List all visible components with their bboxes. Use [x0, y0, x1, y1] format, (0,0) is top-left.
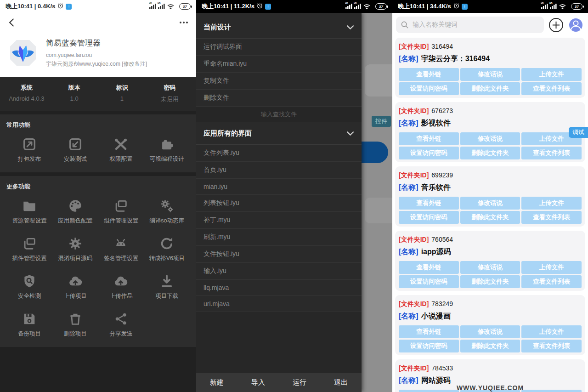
- folder-action-button[interactable]: 修改话说: [460, 261, 520, 274]
- nav-bar: [0, 13, 196, 32]
- feature-item[interactable]: 项目下载: [144, 273, 190, 300]
- feature-item[interactable]: 权限配置: [98, 136, 144, 163]
- folder-action-button[interactable]: 查看文件列表: [521, 211, 582, 224]
- signal-wifi-icons: HD HD: [149, 2, 177, 11]
- add-folder-button[interactable]: [548, 17, 564, 33]
- drawer-action-button[interactable]: 新建: [196, 378, 237, 387]
- background-blue-button[interactable]: [362, 142, 388, 163]
- folder-action-button[interactable]: 修改话说: [460, 132, 520, 145]
- drawer-menu-item[interactable]: 运行调试界面: [196, 39, 362, 56]
- feature-item[interactable]: 应用颜色配置: [52, 198, 98, 225]
- drawer-menu-item[interactable]: 文件列表.iyu: [196, 145, 362, 162]
- feature-item[interactable]: 转成裕V6项目: [144, 236, 190, 262]
- folder-action-button[interactable]: 修改话说: [460, 68, 520, 81]
- feature-label: 分享发送: [109, 330, 132, 338]
- find-file-input[interactable]: 输入查找文件: [196, 107, 362, 122]
- feature-item[interactable]: 上传项目: [52, 273, 98, 300]
- control-float-tag[interactable]: 控件: [372, 116, 391, 127]
- all-pages-header[interactable]: 应用所有的界面: [196, 122, 362, 145]
- feature-item[interactable]: 可视编程设计: [144, 136, 190, 163]
- feature-item[interactable]: 插件管理设置: [6, 236, 52, 262]
- folder-action-button[interactable]: 查看文件列表: [521, 340, 582, 352]
- drawer-menu-item[interactable]: llq.mjava: [196, 280, 362, 296]
- folder-action-button[interactable]: 查看外链: [399, 197, 459, 210]
- trash-icon: [68, 311, 83, 327]
- feature-label: 插件管理设置: [12, 255, 46, 262]
- folder-action-button[interactable]: 设置访问密码: [399, 275, 459, 288]
- feature-item[interactable]: 安全检测: [6, 273, 52, 300]
- drawer-menu-item[interactable]: mian.iyu: [196, 179, 362, 195]
- drawer-menu-item[interactable]: 删除文件: [196, 90, 362, 107]
- folder-action-button[interactable]: 查看文件列表: [521, 82, 582, 95]
- folder-action-button[interactable]: 查看外链: [399, 68, 459, 81]
- folder-name-value: 小说漫画: [421, 312, 451, 320]
- drawer-menu-item[interactable]: uri.mjava: [196, 296, 362, 312]
- feature-item[interactable]: 删除项目: [52, 311, 98, 338]
- folder-action-button[interactable]: 上传文件: [521, 325, 582, 338]
- folder-name-value: 影视软件: [421, 119, 451, 127]
- drawer-menu-item[interactable]: 补丁.myu: [196, 212, 362, 229]
- folder-action-button[interactable]: 删除此文件夹: [460, 340, 520, 352]
- feature-item[interactable]: 安装测试: [52, 136, 98, 163]
- drawer-action-button[interactable]: 导入: [237, 378, 279, 387]
- feature-item[interactable]: 组件管理设置: [98, 198, 144, 225]
- drawer-menu-item[interactable]: 列表按钮.iyu: [196, 195, 362, 212]
- drawer-menu-item[interactable]: 刷新.myu: [196, 229, 362, 246]
- folder-action-button[interactable]: 修改话说: [460, 197, 520, 210]
- feature-label: 安全检测: [18, 292, 41, 300]
- folder-card-list: [文件夹ID]316494 [名称]宇柒云分享：316494 查看外链修改话说上…: [392, 38, 588, 392]
- info-value: Android 4.0.3: [3, 95, 51, 102]
- folder-action-button[interactable]: 查看外链: [399, 132, 459, 145]
- debug-float-tag[interactable]: 调试: [569, 127, 588, 138]
- folder-action-button[interactable]: 查看外链: [399, 261, 459, 274]
- drawer-action-button[interactable]: 运行: [279, 378, 320, 387]
- feature-grid: 打包发布 安装测试 权限配置 可视编程设计: [6, 136, 190, 163]
- folder-action-button[interactable]: 删除此文件夹: [460, 82, 520, 95]
- folder-action-button[interactable]: 修改话说: [460, 325, 520, 338]
- feature-item[interactable]: 打包发布: [6, 136, 52, 163]
- folder-action-button[interactable]: 上传文件: [521, 68, 582, 81]
- folder-action-button[interactable]: 查看文件列表: [521, 275, 582, 288]
- feature-label: 组件管理设置: [104, 217, 138, 225]
- gears-icon: [159, 198, 175, 214]
- folder-action-button[interactable]: 查看外链: [399, 325, 459, 338]
- feature-item[interactable]: 分享发送: [98, 311, 144, 338]
- more-menu-icon[interactable]: [180, 22, 188, 23]
- dimmed-background: 控件: [362, 13, 392, 392]
- folder-action-button[interactable]: 上传文件: [521, 261, 582, 274]
- menu-item-label: uri.mjava: [204, 300, 230, 307]
- drawer-action-button[interactable]: 退出: [320, 378, 362, 387]
- feature-item[interactable]: 混淆项目源码: [52, 236, 98, 262]
- folder-action-button[interactable]: 删除此文件夹: [460, 147, 520, 159]
- feature-item[interactable]: 上传作品: [98, 273, 144, 300]
- folder-action-button[interactable]: 设置访问密码: [399, 82, 459, 95]
- back-icon[interactable]: [8, 18, 15, 27]
- search-input[interactable]: 输入名称关键词: [396, 17, 544, 33]
- folder-action-button[interactable]: 设置访问密码: [399, 211, 459, 224]
- drawer-menu-item[interactable]: 文件按钮.iyu: [196, 246, 362, 263]
- feature-item[interactable]: 签名管理设置: [98, 236, 144, 262]
- folder-id-label: [文件夹ID]: [399, 236, 429, 243]
- feature-item[interactable]: 编译so动态库: [144, 198, 190, 225]
- header-title: 当前设计: [204, 23, 231, 32]
- current-design-header[interactable]: 当前设计: [196, 13, 362, 39]
- feature-item[interactable]: 资源管理设置: [6, 198, 52, 225]
- drawer-menu-item[interactable]: 首页.iyu: [196, 162, 362, 179]
- folder-action-button[interactable]: 设置访问密码: [399, 340, 459, 352]
- folder-action-button[interactable]: 删除此文件夹: [460, 211, 520, 224]
- feature-item[interactable]: 备份项目: [6, 311, 52, 338]
- design-drawer-screen: 晚上10:41 | 11.2K/s ↑ HD HD 37 控件 当前设计 运行调…: [196, 0, 392, 392]
- avatar[interactable]: [568, 17, 583, 33]
- info-value: 1: [98, 95, 146, 102]
- folder-action-button[interactable]: 删除此文件夹: [460, 275, 520, 288]
- drawer-menu-item[interactable]: 输入.iyu: [196, 263, 362, 280]
- drawer-menu-item[interactable]: 复制文件: [196, 73, 362, 90]
- drawer-menu-item[interactable]: 重命名mian.iyu: [196, 56, 362, 73]
- feature-label: 删除项目: [64, 330, 87, 338]
- folder-action-button[interactable]: 设置访问密码: [399, 147, 459, 159]
- info-value: 1.0: [51, 95, 98, 102]
- app-note[interactable]: 宇柒云阁原创www.yuqiee.com [修改备注]: [46, 60, 147, 68]
- folder-action-button[interactable]: 查看文件列表: [521, 147, 582, 159]
- folder-action-button[interactable]: 上传文件: [521, 197, 582, 210]
- folder-buttons-row: 查看外链修改话说上传文件: [399, 132, 582, 145]
